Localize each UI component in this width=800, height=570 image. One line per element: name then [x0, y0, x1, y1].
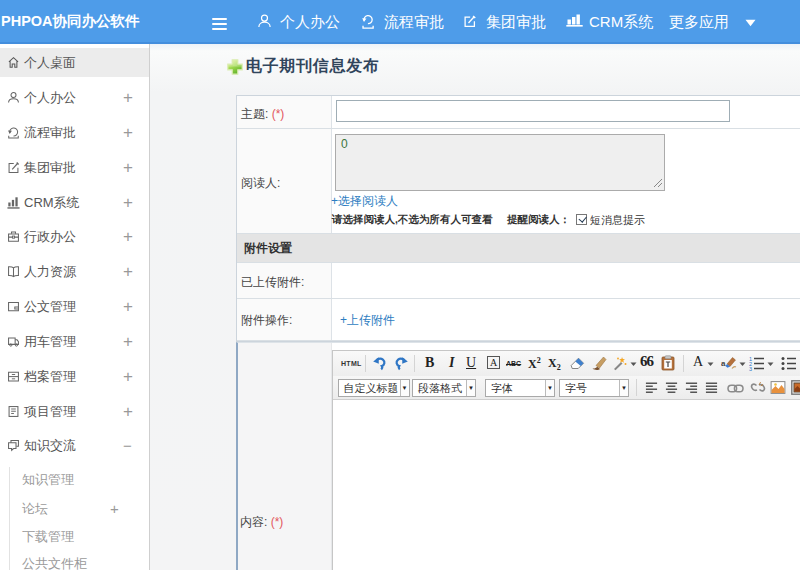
- svg-text:3: 3: [749, 366, 752, 372]
- svg-text:a: a: [721, 359, 726, 368]
